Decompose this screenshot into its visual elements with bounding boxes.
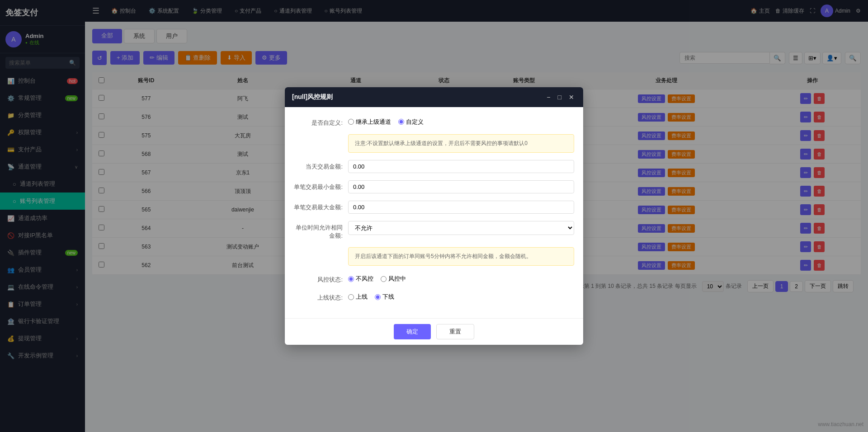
hint2-text: 开启后该通道下面的订单同账号5分钟内将不允许相同金额，金额会随机。 xyxy=(348,247,574,266)
form-row-min-amount: 单笔交易最小金额: xyxy=(294,180,574,193)
min-amount-input[interactable] xyxy=(348,180,574,193)
modal-header: [null]风控规则 − □ ✕ xyxy=(285,87,583,107)
hint2-spacer xyxy=(294,247,348,250)
same-amount-label: 单位时间允许相同金额: xyxy=(294,221,348,240)
is-custom-label: 是否自定义: xyxy=(294,116,348,127)
form-row-hint1: 注意:不设置默认继承上级通道的设置，开启后不需要风控的事项请默认0 xyxy=(294,134,574,153)
custom-radio[interactable]: 自定义 xyxy=(398,118,424,126)
max-amount-input[interactable] xyxy=(348,201,574,214)
form-row-daily-amount: 当天交易金额: xyxy=(294,160,574,173)
min-amount-label: 单笔交易最小金额: xyxy=(294,180,348,191)
modal-restore-button[interactable]: □ xyxy=(556,93,563,102)
risk-radio-group: 不风控 风控中 xyxy=(348,273,574,283)
offline-radio[interactable]: 下线 xyxy=(375,293,394,301)
inherit-label: 继承上级通道 xyxy=(356,118,391,126)
hint1-field: 注意:不设置默认继承上级通道的设置，开启后不需要风控的事项请默认0 xyxy=(348,134,574,153)
confirm-button[interactable]: 确定 xyxy=(394,324,431,339)
modal-minimize-button[interactable]: − xyxy=(545,93,552,102)
same-amount-select[interactable]: 不允许 允许 xyxy=(348,221,574,235)
hint2-field: 开启后该通道下面的订单同账号5分钟内将不允许相同金额，金额会随机。 xyxy=(348,247,574,266)
modal-overlay: [null]风控规则 − □ ✕ 是否自定义: 继承上级通道 xyxy=(0,0,868,432)
risk-rule-modal: [null]风控规则 − □ ✕ 是否自定义: 继承上级通道 xyxy=(285,87,583,345)
max-amount-field xyxy=(348,201,574,214)
form-row-max-amount: 单笔交易最大金额: xyxy=(294,201,574,214)
custom-radio-group: 继承上级通道 自定义 xyxy=(348,116,574,126)
form-row-risk-status: 风控状态: 不风控 风控中 xyxy=(294,273,574,284)
online-status-label: 上线状态: xyxy=(294,291,348,302)
form-row-same-amount: 单位时间允许相同金额: 不允许 允许 xyxy=(294,221,574,240)
min-amount-field xyxy=(348,180,574,193)
custom-label: 自定义 xyxy=(406,118,424,126)
online-radio-group: 上线 下线 xyxy=(348,291,574,301)
max-amount-label: 单笔交易最大金额: xyxy=(294,201,348,211)
form-row-hint2: 开启后该通道下面的订单同账号5分钟内将不允许相同金额，金额会随机。 xyxy=(294,247,574,266)
daily-amount-input[interactable] xyxy=(348,160,574,173)
modal-footer: 确定 重置 xyxy=(285,318,583,345)
hint1-text: 注意:不设置默认继承上级通道的设置，开启后不需要风控的事项请默认0 xyxy=(348,134,574,153)
hint1-spacer xyxy=(294,134,348,137)
same-amount-field: 不允许 允许 xyxy=(348,221,574,235)
is-custom-field: 继承上级通道 自定义 xyxy=(348,116,574,126)
risk-status-label: 风控状态: xyxy=(294,273,348,284)
modal-body: 是否自定义: 继承上级通道 自定义 xyxy=(285,107,583,318)
online-label: 上线 xyxy=(356,293,368,301)
daily-amount-label: 当天交易金额: xyxy=(294,160,348,171)
reset-button[interactable]: 重置 xyxy=(436,324,474,339)
form-row-online-status: 上线状态: 上线 下线 xyxy=(294,291,574,302)
daily-amount-field xyxy=(348,160,574,173)
modal-title: [null]风控规则 xyxy=(292,93,333,101)
modal-close-button[interactable]: ✕ xyxy=(567,93,576,102)
inherit-radio[interactable]: 继承上级通道 xyxy=(348,118,391,126)
no-risk-label: 不风控 xyxy=(356,275,373,283)
in-risk-radio[interactable]: 风控中 xyxy=(381,275,406,283)
risk-status-field: 不风控 风控中 xyxy=(348,273,574,283)
form-row-is-custom: 是否自定义: 继承上级通道 自定义 xyxy=(294,116,574,127)
in-risk-label: 风控中 xyxy=(388,275,406,283)
modal-header-actions: − □ ✕ xyxy=(545,93,576,102)
no-risk-radio[interactable]: 不风控 xyxy=(348,275,373,283)
online-status-field: 上线 下线 xyxy=(348,291,574,301)
offline-label: 下线 xyxy=(382,293,394,301)
online-radio[interactable]: 上线 xyxy=(348,293,368,301)
